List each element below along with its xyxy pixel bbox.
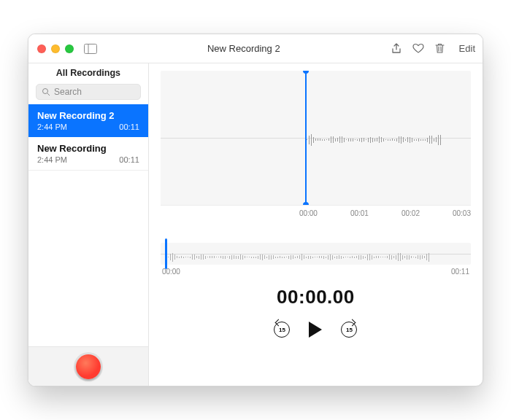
svg-line-3 [47, 93, 50, 96]
close-window-button[interactable] [37, 44, 46, 53]
ruler-tick: 00:02 [402, 209, 420, 217]
skip-forward-button[interactable]: 15 [341, 322, 357, 338]
overview-cursor[interactable] [165, 238, 167, 269]
ruler-tick: 00:03 [453, 209, 471, 217]
toggle-sidebar-button[interactable] [84, 44, 97, 54]
recording-time: 2:44 PM [37, 122, 67, 131]
overview-end-label: 00:11 [451, 268, 469, 276]
title-actions: Edit [391, 43, 475, 55]
titlebar: New Recording 2 Edit [28, 34, 483, 63]
favorite-icon[interactable] [412, 43, 424, 55]
list-item[interactable]: New Recording 2:44 PM 00:11 [28, 137, 148, 171]
window-title: New Recording 2 [97, 43, 391, 54]
window-controls [37, 44, 74, 53]
minimize-window-button[interactable] [51, 44, 60, 53]
share-icon[interactable] [391, 43, 402, 55]
play-button[interactable] [309, 322, 322, 338]
record-button[interactable] [76, 354, 101, 379]
overview-section: 00:00 00:11 [161, 243, 471, 276]
sidebar-footer [28, 346, 148, 386]
zoom-time-ruler: 00:00 00:01 00:02 00:03 [161, 205, 471, 221]
waveform-overview[interactable] [161, 243, 471, 265]
waveform-ticks [307, 133, 466, 143]
search-input[interactable]: Search [36, 84, 141, 100]
recordings-list: New Recording 2 2:44 PM 00:11 New Record… [28, 104, 148, 346]
recording-duration: 00:11 [119, 155, 139, 164]
skip-back-button[interactable]: 15 [274, 322, 290, 338]
ruler-tick: 00:01 [350, 209, 369, 217]
playback-controls: 15 15 [161, 322, 471, 338]
body: All Recordings Search New Recording 2 2:… [28, 63, 483, 386]
waveform-zoom[interactable]: 00:00 00:01 00:02 00:03 [161, 71, 471, 221]
list-item[interactable]: New Recording 2 2:44 PM 00:11 [28, 104, 148, 137]
zoom-window-button[interactable] [65, 44, 74, 53]
recording-name: New Recording [37, 143, 139, 154]
recording-time: 2:44 PM [37, 155, 67, 164]
ruler-tick: 00:00 [299, 209, 318, 217]
edit-button[interactable]: Edit [456, 43, 475, 54]
playhead[interactable] [305, 71, 307, 205]
sidebar: All Recordings Search New Recording 2 2:… [28, 63, 149, 386]
svg-rect-0 [85, 44, 97, 53]
trash-icon[interactable] [434, 43, 446, 55]
app-window: New Recording 2 Edit All Recordings Sear… [28, 34, 483, 386]
recording-name: New Recording 2 [37, 110, 139, 121]
search-placeholder: Search [54, 87, 82, 97]
current-time-display: 00:00.00 [161, 286, 471, 308]
detail-pane: 00:00 00:01 00:02 00:03 00:00 00:11 00:0… [149, 63, 483, 386]
svg-point-2 [43, 89, 48, 94]
recording-duration: 00:11 [119, 122, 139, 131]
sidebar-heading: All Recordings [28, 63, 148, 82]
search-icon [42, 88, 50, 96]
overview-ticks [168, 250, 464, 257]
